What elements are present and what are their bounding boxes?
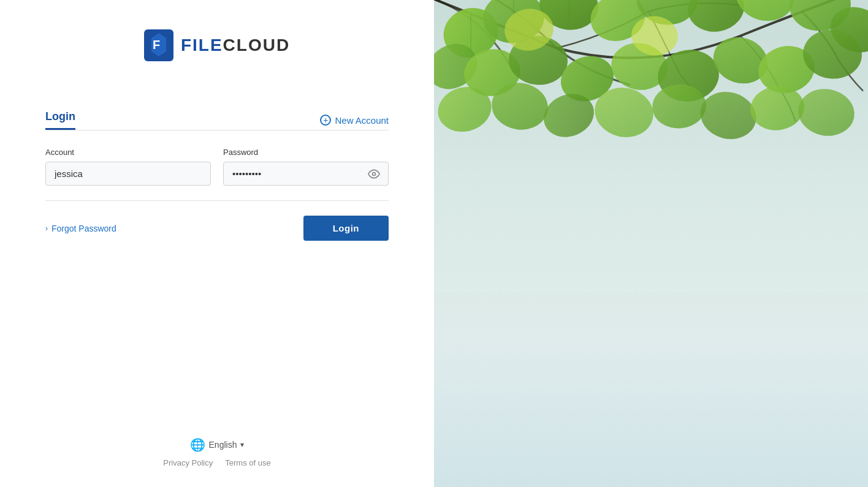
password-field-group: Password — [223, 148, 389, 186]
toggle-password-button[interactable] — [365, 165, 383, 183]
tab-new-account[interactable]: + New Account — [320, 115, 389, 126]
logo-area: F FILECLOUD — [0, 0, 434, 61]
eye-icon — [368, 168, 380, 180]
terms-of-use-link[interactable]: Terms of use — [225, 458, 270, 467]
language-label: English — [209, 440, 237, 450]
privacy-policy-link[interactable]: Privacy Policy — [163, 458, 213, 467]
logo-file-text: FILE — [181, 36, 223, 55]
tab-divider — [45, 130, 389, 130]
language-row: English ▾ — [209, 440, 245, 450]
nature-scene — [434, 0, 868, 487]
password-label: Password — [223, 148, 389, 157]
footer: 🌐 English ▾ Privacy Policy Terms of use — [0, 437, 434, 467]
logo-cloud-text: CLOUD — [223, 36, 291, 55]
login-button[interactable]: Login — [303, 216, 389, 241]
password-wrapper — [223, 162, 389, 186]
new-account-label: New Account — [335, 115, 389, 126]
fields-row: Account Password — [45, 148, 389, 186]
leaves-svg — [434, 0, 868, 292]
plus-circle-icon: + — [320, 115, 331, 126]
forgot-password-link[interactable]: › Forgot Password — [45, 224, 116, 233]
chevron-right-icon: › — [45, 224, 48, 233]
account-field-group: Account — [45, 148, 211, 186]
globe-icon: 🌐 — [190, 437, 205, 452]
tabs-row: Login + New Account — [45, 110, 389, 130]
form-separator — [45, 200, 389, 201]
left-panel: F FILECLOUD Login + New Account Account — [0, 0, 434, 487]
svg-text:F: F — [153, 38, 160, 51]
svg-point-2 — [373, 172, 376, 175]
language-selector[interactable]: 🌐 English ▾ — [190, 437, 245, 452]
password-input[interactable] — [223, 162, 389, 186]
forgot-password-label: Forgot Password — [51, 224, 116, 233]
actions-row: › Forgot Password Login — [45, 216, 389, 241]
account-label: Account — [45, 148, 211, 157]
footer-links: Privacy Policy Terms of use — [163, 458, 270, 467]
right-panel — [434, 0, 868, 487]
tab-login[interactable]: Login — [45, 110, 75, 130]
account-input[interactable] — [45, 162, 211, 186]
filecloud-logo-icon: F — [144, 29, 173, 61]
logo-container: F FILECLOUD — [144, 29, 290, 61]
logo-text: FILECLOUD — [181, 36, 290, 55]
chevron-down-icon: ▾ — [240, 440, 244, 449]
form-area: Login + New Account Account Password — [45, 110, 389, 241]
